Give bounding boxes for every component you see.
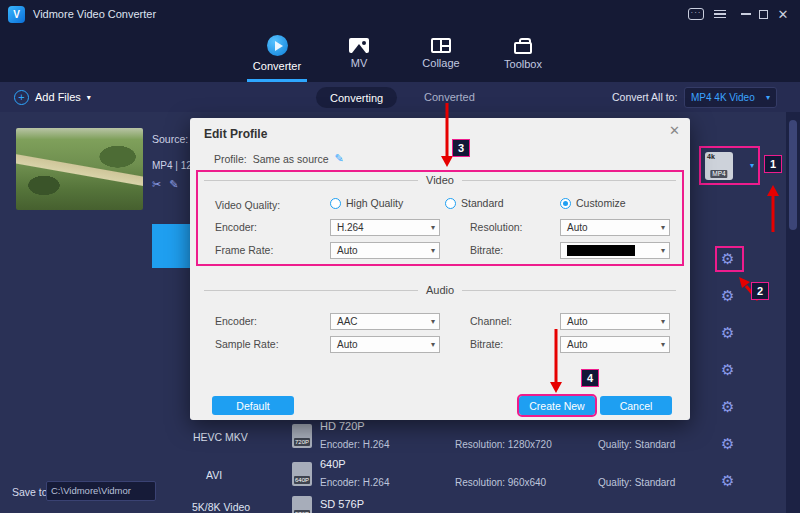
- select-value: Auto: [567, 316, 588, 327]
- profile-value: Same as source: [253, 153, 329, 165]
- plus-icon: +: [14, 90, 29, 105]
- trim-icon[interactable]: ✂: [152, 178, 161, 191]
- radio-icon: [445, 198, 456, 209]
- video-bitrate-label: Bitrate:: [470, 244, 503, 256]
- maximize-button[interactable]: [753, 0, 773, 28]
- selected-category-highlight: [152, 224, 190, 268]
- audio-encoder-label: Encoder:: [215, 315, 257, 327]
- toolbox-briefcase-icon: [514, 42, 532, 54]
- highlighted-bitrate-value: [567, 245, 635, 256]
- chevron-down-icon: ▾: [431, 223, 435, 232]
- chevron-down-icon: ▾: [661, 340, 665, 349]
- maximize-icon: [759, 10, 768, 19]
- source-label: Source:: [152, 133, 188, 145]
- close-button[interactable]: ✕: [772, 0, 794, 28]
- profile-settings-gear-icon[interactable]: ⚙: [721, 398, 734, 416]
- badge-mp4: MP4: [710, 170, 727, 178]
- profile-settings-gear-icon[interactable]: ⚙: [721, 250, 734, 268]
- profile-settings-gear-icon[interactable]: ⚙: [721, 324, 734, 342]
- cancel-button[interactable]: Cancel: [600, 396, 672, 415]
- profile-settings-gear-icon[interactable]: ⚙: [721, 287, 734, 305]
- output-profile-selector[interactable]: 4k MP4 ▾: [699, 146, 760, 185]
- video-encoder-label: Encoder:: [215, 221, 257, 233]
- video-encoder-select[interactable]: H.264 ▾: [330, 219, 440, 236]
- save-path-input[interactable]: C:\Vidmore\Vidmor: [46, 481, 156, 501]
- format-category[interactable]: HEVC MKV: [193, 431, 248, 443]
- tab-collage[interactable]: Collage: [411, 28, 471, 82]
- samplerate-select[interactable]: Auto ▾: [330, 336, 440, 353]
- format-category[interactable]: 5K/8K Video: [192, 501, 250, 513]
- audio-encoder-select[interactable]: AAC ▾: [330, 313, 440, 330]
- radio-high-quality[interactable]: High Quality: [330, 197, 403, 209]
- collage-grid-icon: [431, 38, 451, 53]
- add-files-button[interactable]: + Add Files ▾: [14, 82, 91, 112]
- menu-icon[interactable]: [710, 0, 730, 28]
- format-title: 640P: [320, 458, 346, 470]
- format-resolution: Resolution: 960x640: [455, 477, 546, 488]
- radio-icon: [330, 198, 341, 209]
- save-to-label: Save to:: [12, 486, 51, 498]
- chevron-down-icon: ▾: [661, 223, 665, 232]
- video-section-header: Video: [204, 174, 676, 186]
- tab-label: Collage: [422, 57, 459, 69]
- minimize-icon: [741, 13, 751, 15]
- framerate-select[interactable]: Auto ▾: [330, 242, 440, 259]
- dialog-title: Edit Profile: [204, 127, 267, 141]
- resolution-badge-icon: 720P: [292, 424, 312, 448]
- radio-label: Standard: [461, 197, 504, 209]
- main-nav: Converter MV Collage Toolbox: [0, 28, 800, 82]
- tab-mv[interactable]: MV: [329, 28, 389, 82]
- edit-icon[interactable]: ✎: [169, 178, 178, 191]
- dialog-close-button[interactable]: ✕: [669, 123, 680, 138]
- badge-4k: 4k: [707, 153, 715, 160]
- edit-profile-name-icon[interactable]: ✎: [335, 152, 344, 165]
- close-icon: ✕: [778, 7, 789, 22]
- radio-customize[interactable]: Customize: [560, 197, 626, 209]
- format-encoder: Encoder: H.264: [320, 439, 390, 450]
- feedback-icon[interactable]: ···: [686, 0, 706, 28]
- chevron-down-icon: ▾: [661, 317, 665, 326]
- chevron-down-icon: ▾: [431, 340, 435, 349]
- scrollbar-thumb[interactable]: [789, 120, 797, 230]
- tab-converter[interactable]: Converter: [247, 28, 307, 82]
- select-value: Auto: [567, 222, 588, 233]
- video-thumbnail: [16, 128, 143, 210]
- resolution-select[interactable]: Auto ▾: [560, 219, 670, 236]
- default-button[interactable]: Default: [212, 396, 294, 415]
- video-bitrate-select[interactable]: ▾: [560, 242, 670, 259]
- profile-settings-gear-icon[interactable]: ⚙: [721, 435, 734, 453]
- tab-toolbox[interactable]: Toolbox: [493, 28, 553, 82]
- format-category[interactable]: AVI: [206, 469, 222, 481]
- samplerate-label: Sample Rate:: [215, 338, 279, 350]
- step-2-marker: 2: [751, 282, 769, 300]
- convert-all-dropdown[interactable]: MP4 4K Video ▾: [684, 87, 777, 108]
- radio-standard[interactable]: Standard: [445, 197, 504, 209]
- profile-settings-gear-icon[interactable]: ⚙: [721, 472, 734, 490]
- convert-all-value: MP4 4K Video: [691, 92, 755, 103]
- resolution-badge-icon: 576P: [292, 496, 312, 513]
- audio-bitrate-select[interactable]: Auto ▾: [560, 336, 670, 353]
- scrollbar[interactable]: [786, 112, 800, 513]
- app-logo-icon: V: [8, 6, 25, 23]
- mp4-4k-profile-icon: 4k MP4: [705, 152, 733, 180]
- resolution-label: Resolution:: [470, 221, 523, 233]
- channel-label: Channel:: [470, 315, 512, 327]
- tab-label: MV: [351, 57, 368, 69]
- radio-label: High Quality: [346, 197, 403, 209]
- converting-tab[interactable]: Converting: [316, 87, 397, 108]
- chevron-down-icon: ▾: [431, 317, 435, 326]
- toolbar: + Add Files ▾ Converting Converted Conve…: [0, 82, 800, 112]
- app-title: Vidmore Video Converter: [33, 8, 156, 20]
- profile-settings-gear-icon[interactable]: ⚙: [721, 361, 734, 379]
- chevron-down-icon: ▾: [766, 93, 770, 102]
- tab-label: Toolbox: [504, 58, 542, 70]
- step-1-marker: 1: [764, 155, 782, 173]
- converted-tab[interactable]: Converted: [424, 82, 475, 112]
- radio-icon: [560, 198, 571, 209]
- select-value: H.264: [337, 222, 364, 233]
- add-files-label: Add Files: [35, 91, 81, 103]
- channel-select[interactable]: Auto ▾: [560, 313, 670, 330]
- select-value: AAC: [337, 316, 358, 327]
- create-new-button[interactable]: Create New: [519, 396, 595, 415]
- select-value: Auto: [337, 339, 358, 350]
